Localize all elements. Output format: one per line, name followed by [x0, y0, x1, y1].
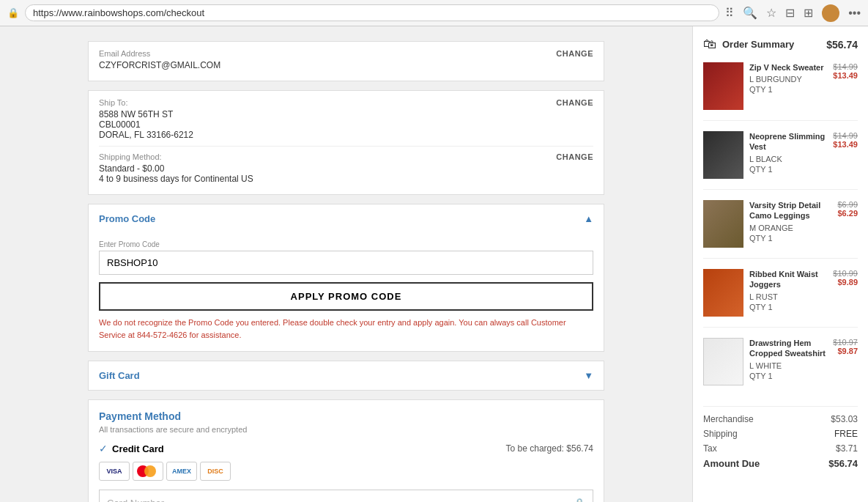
item-original-price: $14.99 [833, 131, 858, 140]
lock-card-icon: 🔒 [574, 498, 585, 502]
ship-line3: DORAL, FL 33166-6212 [99, 130, 193, 140]
order-summary-header: 🛍 Order Summary $56.74 [703, 37, 858, 52]
left-panel: Email Address CZYFORCRIST@GMAIL.COM CHAN… [0, 26, 692, 502]
item-details: Ribbed Knit Waist Joggers L RUST QTY 1 [749, 269, 827, 317]
promo-error-message: We do not recognize the Promo Code you e… [99, 317, 593, 341]
shipping-method-label: Shipping Method: [99, 152, 253, 161]
merchandise-value: $53.03 [831, 414, 858, 424]
item-details: Drawstring Hem Cropped Sweatshirt L WHIT… [749, 338, 827, 385]
item-variant: L BLACK [749, 155, 827, 163]
amount-due-label: Amount Due [703, 458, 760, 469]
item-sale-price: $13.49 [833, 71, 858, 80]
item-name: Zip V Neck Sweater [749, 62, 827, 73]
card-number-field[interactable]: Card Number 🔒 [99, 490, 593, 502]
payment-subtitle: All transactions are secure and encrypte… [99, 425, 593, 434]
card-number-placeholder: Card Number [107, 498, 164, 502]
star-icon[interactable]: ☆ [766, 6, 776, 20]
search-icon[interactable]: 🔍 [743, 6, 757, 20]
browser-icons: ⠿ 🔍 ☆ ⊟ ⊞ ••• [725, 4, 861, 22]
ship-label-group: Ship To: 8588 NW 56TH ST CBL00001 DORAL,… [99, 98, 193, 140]
gift-card-title: Gift Card [99, 370, 140, 381]
summary-totals: Merchandise $53.03 Shipping FREE Tax $3.… [703, 406, 858, 469]
url-bar[interactable]: https://www.rainbowshops.com/checkout [25, 4, 719, 21]
ship-line1: 8588 NW 56TH ST [99, 109, 193, 119]
gift-card-chevron-down-icon: ▼ [584, 370, 593, 381]
order-items-list: Zip V Neck Sweater L BURGUNDY QTY 1 $14.… [703, 62, 858, 396]
item-name: Varsity Strip Detail Camo Leggings [749, 200, 831, 221]
menu-icon[interactable]: ••• [848, 7, 861, 20]
shipping-method-group: Shipping Method: Standard - $0.00 4 to 9… [99, 152, 253, 184]
item-variant: L WHITE [749, 361, 827, 370]
order-summary-total: $56.74 [826, 39, 858, 51]
item-image [703, 131, 743, 179]
main-content: Email Address CZYFORCRIST@GMAIL.COM CHAN… [0, 26, 868, 502]
promo-chevron-up-icon: ▲ [584, 213, 593, 224]
qr-icon[interactable]: ⠿ [725, 6, 734, 20]
divider [99, 146, 593, 147]
item-image [703, 269, 743, 317]
item-name: Ribbed Knit Waist Joggers [749, 269, 827, 290]
merchandise-label: Merchandise [703, 414, 754, 424]
item-prices: $6.99 $6.29 [837, 200, 858, 248]
avatar[interactable] [822, 4, 839, 22]
order-summary-left: 🛍 Order Summary [703, 37, 794, 52]
shipping-method-value: Standard - $0.00 [99, 163, 253, 174]
promo-section: Promo Code ▲ Enter Promo Code APPLY PROM… [88, 204, 604, 352]
item-details: Zip V Neck Sweater L BURGUNDY QTY 1 [749, 62, 827, 110]
promo-input[interactable] [99, 251, 593, 275]
browser-bar: 🔒 https://www.rainbowshops.com/checkout … [0, 0, 868, 26]
item-qty: QTY 1 [749, 234, 831, 243]
gift-card-section: Gift Card ▼ [88, 361, 604, 391]
item-sale-price: $9.89 [833, 278, 858, 287]
apply-promo-button[interactable]: APPLY PROMO CODE [99, 282, 593, 311]
merchandise-row: Merchandise $53.03 [703, 414, 858, 424]
shipping-row: Shipping FREE [703, 429, 858, 439]
item-original-price: $10.97 [833, 338, 858, 347]
tax-label: Tax [703, 443, 717, 454]
promo-input-wrapper: Enter Promo Code [99, 240, 593, 275]
credit-card-label: Credit Card [112, 443, 164, 454]
item-original-price: $10.99 [833, 269, 858, 278]
item-variant: L RUST [749, 292, 827, 301]
ship-row: Ship To: 8588 NW 56TH ST CBL00001 DORAL,… [99, 98, 593, 140]
item-sale-price: $9.87 [833, 347, 858, 355]
promo-title: Promo Code [99, 213, 155, 224]
item-name: Drawstring Hem Cropped Sweatshirt [749, 338, 827, 359]
change-shipping-link[interactable]: CHANGE [556, 152, 593, 161]
item-image [703, 200, 743, 248]
shipping-value: FREE [834, 429, 858, 439]
promo-header[interactable]: Promo Code ▲ [89, 204, 604, 233]
change-ship-link[interactable]: CHANGE [556, 98, 593, 107]
payment-title: Payment Method [99, 410, 593, 422]
email-value: CZYFORCRIST@GMAIL.COM [99, 60, 220, 70]
bag-icon: 🛍 [703, 37, 716, 52]
email-label-group: Email Address CZYFORCRIST@GMAIL.COM [99, 49, 220, 70]
order-item: Zip V Neck Sweater L BURGUNDY QTY 1 $14.… [703, 62, 858, 121]
change-email-link[interactable]: CHANGE [556, 49, 593, 58]
order-item: Drawstring Hem Cropped Sweatshirt L WHIT… [703, 338, 858, 396]
item-qty: QTY 1 [749, 372, 827, 380]
item-sale-price: $13.49 [833, 140, 858, 149]
item-image [703, 62, 743, 110]
item-image [703, 338, 743, 385]
credit-card-checkmark: ✓ [99, 443, 108, 454]
order-item: Neoprene Slimming Vest L BLACK QTY 1 $14… [703, 131, 858, 190]
mastercard-logo [133, 462, 163, 481]
item-name: Neoprene Slimming Vest [749, 131, 827, 152]
grid-icon[interactable]: ⊞ [804, 6, 813, 20]
item-prices: $14.99 $13.49 [833, 131, 858, 179]
payment-section: Payment Method All transactions are secu… [88, 399, 604, 502]
item-details: Varsity Strip Detail Camo Leggings M ORA… [749, 200, 831, 248]
order-item: Varsity Strip Detail Camo Leggings M ORA… [703, 200, 858, 259]
lock-icon: 🔒 [7, 7, 19, 18]
amount-due-row: Amount Due $56.74 [703, 458, 858, 469]
item-original-price: $6.99 [837, 200, 858, 209]
gift-card-header[interactable]: Gift Card ▼ [89, 361, 604, 390]
shipping-method-sub: 4 to 9 business days for Continental US [99, 174, 253, 184]
bookmark-icon[interactable]: ⊟ [785, 6, 795, 20]
email-section: Email Address CZYFORCRIST@GMAIL.COM CHAN… [88, 41, 604, 81]
ship-line2: CBL00001 [99, 119, 193, 130]
card-logos: VISA AMEX DISC [99, 462, 593, 481]
item-original-price: $14.99 [833, 62, 858, 71]
tax-value: $3.71 [836, 443, 858, 454]
